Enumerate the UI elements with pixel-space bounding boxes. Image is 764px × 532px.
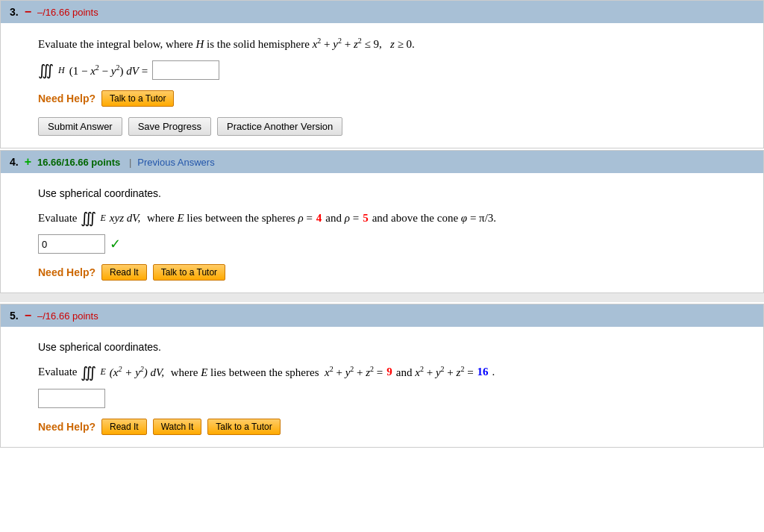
talk-to-tutor-btn-5[interactable]: Talk to a Tutor — [207, 419, 280, 435]
integral-subscript-E-5: E — [100, 366, 105, 378]
triple-integral-symbol-4: ∭ — [81, 209, 96, 227]
problem-5-header: 5. − –/16.66 points — [1, 304, 763, 327]
save-progress-btn-3[interactable]: Save Progress — [128, 117, 211, 136]
problem-4-number: 4. — [10, 156, 19, 168]
problem-3-points: –/16.66 points — [37, 7, 98, 18]
minus-icon-3: − — [25, 5, 31, 19]
problem-3-header: 3. − –/16.66 points — [1, 1, 763, 23]
checkmark-4: ✓ — [110, 236, 121, 252]
submit-answer-btn-3[interactable]: Submit Answer — [38, 117, 122, 136]
problem-3: 3. − –/16.66 points Evaluate the integra… — [0, 0, 764, 148]
need-help-label-4: Need Help? — [38, 266, 96, 278]
problem-3-body: Evaluate the integral below, where H is … — [1, 23, 763, 148]
period-5: . — [492, 366, 495, 378]
cone-text-4: and above the cone φ = π/3. — [372, 212, 496, 225]
problem-3-actions: Submit Answer Save Progress Practice Ano… — [38, 117, 748, 136]
problem-4-answer-row: ✓ — [38, 234, 748, 254]
problem-5-body: Use spherical coordinates. Evaluate ∭E (… — [1, 327, 763, 446]
problem-5-description: Use spherical coordinates. — [38, 339, 748, 355]
minus-icon-5: − — [25, 309, 31, 322]
where-text-4: where E lies between the spheres ρ = — [144, 212, 313, 225]
problem-3-description: Evaluate the integral below, where H is … — [38, 35, 748, 53]
problem-5-help-section: Need Help? Read It Watch It Talk to a Tu… — [38, 419, 748, 435]
separator-4: | — [126, 157, 131, 168]
integral-expression-3: (1 − x2 − y2) dV = — [69, 63, 148, 78]
and-eq-5: and x2 + y2 + z2 = — [396, 365, 474, 379]
talk-to-tutor-btn-4[interactable]: Talk to a Tutor — [153, 264, 225, 281]
rho1-4: 4 — [316, 212, 322, 225]
problem-3-integral: ∭H (1 − x2 − y2) dV = — [38, 60, 748, 80]
divider-4-5 — [0, 293, 764, 302]
previous-answers-link-4[interactable]: Previous Answers — [137, 157, 214, 168]
need-help-label-3: Need Help? — [38, 93, 96, 104]
problem-4-description: Use spherical coordinates. — [38, 185, 748, 201]
answer-input-3[interactable] — [152, 60, 219, 80]
problem-5-points: –/16.66 points — [37, 310, 98, 322]
evaluate-label-5: Evaluate — [38, 366, 77, 378]
watch-it-btn-5[interactable]: Watch It — [153, 419, 202, 435]
problem-4-header: 4. + 16.66/16.66 points | Previous Answe… — [1, 151, 763, 173]
and-rho-4: and ρ = — [325, 212, 359, 225]
problem-5-number: 5. — [10, 310, 19, 322]
problem-4-body: Use spherical coordinates. Evaluate ∭E x… — [1, 173, 763, 292]
integral-subscript-E-4: E — [100, 213, 105, 224]
problem-4-help-section: Need Help? Read It Talk to a Tutor — [38, 264, 748, 281]
read-it-btn-4[interactable]: Read It — [101, 264, 147, 281]
integrand-4: xyz dV, — [110, 212, 140, 225]
need-help-label-5: Need Help? — [38, 421, 96, 433]
plus-icon-4: + — [25, 155, 31, 169]
answer-input-4[interactable] — [38, 234, 105, 254]
problem-5-answer-row — [38, 389, 748, 408]
where-text-5: where E lies between the spheres x2 + y2… — [168, 365, 383, 379]
rho2-4: 5 — [363, 212, 369, 225]
practice-another-btn-3[interactable]: Practice Another Version — [217, 117, 342, 136]
eq1-5: 9 — [386, 366, 392, 378]
problem-5: 5. − –/16.66 points Use spherical coordi… — [0, 304, 764, 447]
problem-3-help-section: Need Help? Talk to a Tutor — [38, 90, 748, 107]
problem-3-number: 3. — [10, 6, 19, 18]
read-it-btn-5[interactable]: Read It — [101, 419, 147, 435]
eq2-5: 16 — [478, 366, 489, 378]
evaluate-label-4: Evaluate — [38, 212, 77, 225]
problem-4-integral-row: Evaluate ∭E xyz dV, where E lies between… — [38, 209, 748, 227]
integrand-5: (x2 + y2) dV, — [110, 365, 164, 379]
problem-4-points: 16.66/16.66 points — [37, 157, 120, 168]
triple-integral-symbol-3: ∭ — [38, 61, 54, 79]
triple-integral-symbol-5: ∭ — [81, 363, 96, 381]
talk-to-tutor-btn-3[interactable]: Talk to a Tutor — [101, 90, 174, 107]
problem-5-integral-row: Evaluate ∭E (x2 + y2) dV, where E lies b… — [38, 363, 748, 381]
problem-4: 4. + 16.66/16.66 points | Previous Answe… — [0, 150, 764, 293]
integral-subscript-H: H — [58, 65, 65, 76]
answer-input-5[interactable] — [38, 389, 105, 408]
